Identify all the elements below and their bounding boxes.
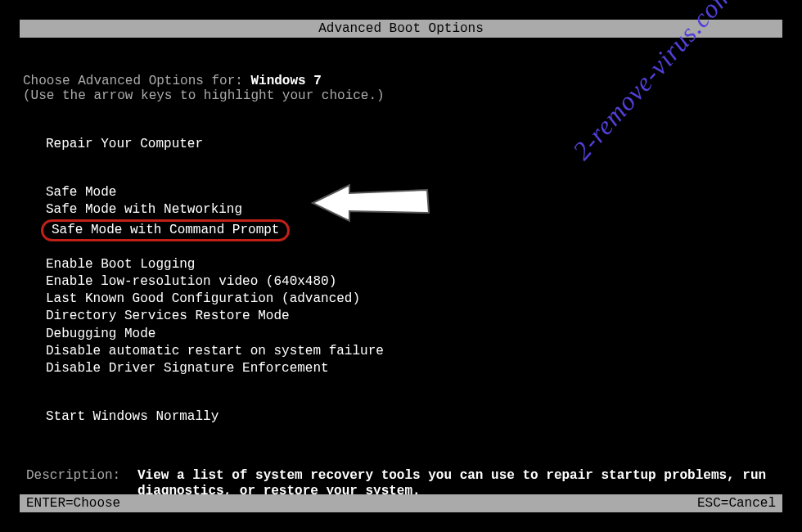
- title-text: Advanced Boot Options: [318, 21, 484, 36]
- boot-screen: Advanced Boot Options Choose Advanced Op…: [20, 20, 782, 512]
- footer-enter: ENTER=Choose: [26, 496, 120, 511]
- menu-item-safe-mode[interactable]: Safe Mode: [41, 184, 779, 201]
- menu-item-directory-services[interactable]: Directory Services Restore Mode: [41, 308, 779, 325]
- os-name: Windows 7: [250, 74, 321, 88]
- option-label: Start Windows Normally: [41, 408, 223, 426]
- option-label: Debugging Mode: [41, 326, 160, 343]
- footer-esc: ESC=Cancel: [697, 496, 776, 511]
- menu-item-safe-mode-cmd[interactable]: Safe Mode with Command Prompt: [41, 219, 779, 241]
- option-label: Enable Boot Logging: [41, 256, 200, 273]
- menu-item-last-known-good[interactable]: Last Known Good Configuration (advanced): [41, 291, 779, 308]
- menu-item-boot-logging[interactable]: Enable Boot Logging: [41, 256, 779, 273]
- content-area: Choose Advanced Options for: Windows 7 (…: [20, 38, 782, 507]
- option-label: Disable automatic restart on system fail…: [41, 343, 389, 360]
- option-label: Repair Your Computer: [41, 136, 208, 153]
- option-label: Last Known Good Configuration (advanced): [41, 291, 365, 308]
- title-bar: Advanced Boot Options: [20, 20, 782, 38]
- choose-line: Choose Advanced Options for: Windows 7: [23, 74, 779, 88]
- menu-item-safe-mode-networking[interactable]: Safe Mode with Networking: [41, 201, 779, 219]
- option-label: Disable Driver Signature Enforcement: [41, 360, 334, 377]
- option-label: Enable low-resolution video (640x480): [41, 273, 341, 291]
- hint-line: (Use the arrow keys to highlight your ch…: [23, 88, 779, 103]
- footer-bar: ENTER=Choose ESC=Cancel: [20, 494, 782, 512]
- highlighted-option: Safe Mode with Command Prompt: [41, 219, 290, 241]
- menu-item-repair[interactable]: Repair Your Computer: [41, 136, 779, 153]
- option-label: Safe Mode: [41, 184, 121, 201]
- menu-item-start-normally[interactable]: Start Windows Normally: [41, 408, 779, 426]
- menu-item-low-res[interactable]: Enable low-resolution video (640x480): [41, 273, 779, 291]
- choose-prefix: Choose Advanced Options for:: [23, 74, 250, 88]
- options-section: Repair Your Computer Safe Mode Safe Mode…: [23, 136, 779, 426]
- menu-item-disable-restart[interactable]: Disable automatic restart on system fail…: [41, 343, 779, 360]
- option-label: Directory Services Restore Mode: [41, 308, 295, 325]
- option-label: Safe Mode with Networking: [41, 201, 247, 219]
- menu-item-debugging[interactable]: Debugging Mode: [41, 326, 779, 343]
- menu-item-disable-driver-sig[interactable]: Disable Driver Signature Enforcement: [41, 360, 779, 377]
